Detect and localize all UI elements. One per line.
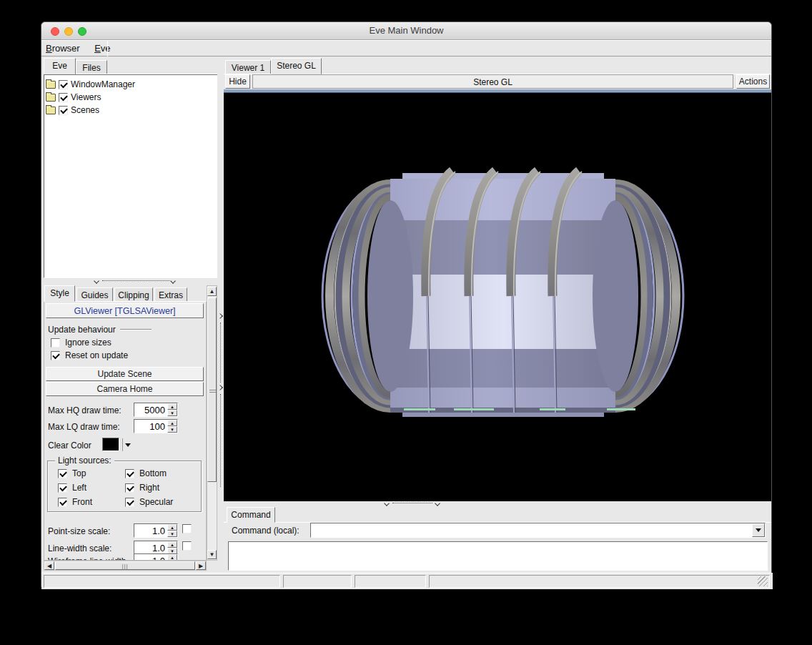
command-combobox[interactable] (310, 523, 766, 538)
max-lq-value[interactable]: 100 (134, 420, 167, 433)
scroll-down-icon[interactable]: ▼ (207, 550, 217, 559)
camera-home-button[interactable]: Camera Home (46, 382, 204, 396)
tab-style[interactable]: Style (44, 285, 75, 302)
line-width-checkbox[interactable] (182, 541, 192, 551)
viewer-toolbar: Hide Stereo GL Actions (224, 74, 771, 89)
collapse-up-icon[interactable] (94, 278, 99, 284)
tab-extras[interactable]: Extras (154, 287, 187, 302)
tree-row-scenes[interactable]: Scenes (46, 104, 216, 117)
tree-style-splitter[interactable] (44, 278, 218, 285)
light-right-checkbox[interactable] (125, 483, 134, 493)
status-cell (44, 575, 280, 588)
collapse-up-icon[interactable] (384, 501, 390, 506)
hscroll-thumb[interactable]: ||| (55, 561, 195, 570)
color-swatch[interactable] (102, 438, 119, 451)
tree-checkbox[interactable] (59, 106, 68, 115)
max-lq-spinner[interactable]: 100 ▲▼ (134, 419, 178, 433)
point-size-spinner[interactable]: 1.0 ▲▼ (134, 523, 178, 538)
resize-grip[interactable] (758, 576, 768, 586)
light-front[interactable]: Front (58, 497, 92, 507)
spin-up-icon[interactable]: ▲ (167, 403, 177, 410)
spin-down-icon[interactable]: ▼ (167, 426, 177, 433)
tree-row-windowmanager[interactable]: WindowManager (46, 78, 216, 91)
tree-item-label[interactable]: Viewers (71, 92, 101, 102)
tab-command[interactable]: Command (227, 507, 275, 523)
reset-on-update-row[interactable]: Reset on update (51, 350, 128, 360)
combo-dropdown-button[interactable] (752, 523, 765, 537)
light-front-checkbox[interactable] (58, 498, 67, 507)
spin-up-icon[interactable]: ▲ (167, 420, 177, 426)
style-hscrollbar[interactable]: ◀ ||| ▶ (44, 561, 207, 571)
splitter-dots (220, 322, 221, 383)
tab-eve[interactable]: Eve (44, 58, 76, 74)
style-vscrollbar[interactable]: ▲ ▼ (207, 285, 217, 561)
chevron-down-icon (756, 528, 761, 532)
scroll-left-icon[interactable]: ◀ (44, 561, 54, 570)
gl-viewport[interactable] (224, 93, 771, 501)
viewer-command-splitter[interactable] (224, 501, 771, 507)
detector-endcap-right (593, 182, 683, 410)
tree-checkbox[interactable] (59, 93, 68, 102)
reset-on-update-checkbox[interactable] (51, 351, 60, 360)
light-bottom-checkbox[interactable] (125, 469, 134, 478)
light-specular[interactable]: Specular (125, 497, 173, 507)
folder-icon (46, 107, 56, 114)
max-hq-spinner[interactable]: 5000 ▲▼ (134, 403, 178, 417)
gl-scene-model[interactable] (224, 93, 771, 501)
clear-color-picker[interactable] (102, 438, 131, 451)
color-dropdown-icon[interactable] (125, 443, 131, 447)
ignore-sizes-row[interactable]: Ignore sizes (51, 338, 112, 348)
ignore-sizes-checkbox[interactable] (51, 338, 60, 348)
light-top[interactable]: Top (58, 468, 86, 478)
collapse-left-icon[interactable] (217, 313, 223, 319)
spin-up-icon[interactable]: ▲ (167, 541, 177, 548)
tree-item-label[interactable]: Scenes (71, 105, 99, 115)
titlebar[interactable]: Eve Main Window (41, 22, 771, 40)
light-specular-checkbox[interactable] (125, 498, 134, 507)
main-vsplitter[interactable] (217, 58, 224, 571)
spin-up-icon[interactable]: ▲ (167, 524, 177, 531)
light-left[interactable]: Left (58, 483, 86, 493)
tab-guides[interactable]: Guides (76, 287, 113, 302)
tab-stereo-gl[interactable]: Stereo GL (271, 58, 322, 74)
collapse-right-icon[interactable] (217, 385, 223, 390)
tab-files[interactable]: Files (76, 60, 107, 74)
spin-down-icon[interactable]: ▼ (167, 531, 177, 537)
scroll-up-icon[interactable]: ▲ (207, 287, 217, 296)
tab-viewer-1[interactable]: Viewer 1 (225, 60, 271, 74)
tree-item-label[interactable]: WindowManager (71, 79, 135, 89)
style-panel: GLViewer [TGLSAViewer] Update behaviour … (44, 302, 207, 561)
menubar: Browser Eve (41, 40, 771, 56)
vscroll-thumb[interactable] (207, 297, 217, 482)
update-behaviour-header: Update behaviour (48, 325, 152, 335)
menu-browser[interactable]: Browser (41, 41, 87, 54)
update-scene-button[interactable]: Update Scene (46, 367, 204, 381)
collapse-down-icon[interactable] (435, 501, 440, 506)
scroll-right-icon[interactable]: ▶ (196, 561, 206, 570)
light-sources-legend: Light sources: (55, 456, 114, 466)
tab-clipping[interactable]: Clipping (114, 287, 153, 302)
light-top-checkbox[interactable] (58, 469, 67, 478)
point-size-checkbox[interactable] (182, 524, 192, 533)
light-bottom[interactable]: Bottom (125, 468, 167, 478)
actions-button[interactable]: Actions (736, 74, 770, 89)
spin-up-icon[interactable]: ▲ (167, 554, 177, 561)
hide-button[interactable]: Hide (225, 74, 250, 89)
glviewer-title-button[interactable]: GLViewer [TGLSAViewer] (46, 303, 204, 318)
light-left-checkbox[interactable] (58, 483, 67, 493)
menu-eve[interactable]: Eve (90, 41, 117, 54)
reset-on-update-label: Reset on update (65, 350, 128, 360)
command-input[interactable] (311, 523, 752, 537)
line-width-spinner[interactable]: 1.0 ▲▼ (134, 541, 178, 555)
collapse-down-icon[interactable] (170, 278, 176, 284)
splitter-dots (220, 394, 221, 487)
max-hq-label: Max HQ draw time: (48, 405, 122, 415)
spin-down-icon[interactable]: ▼ (167, 410, 177, 416)
command-output[interactable] (228, 541, 768, 571)
max-hq-value[interactable]: 5000 (134, 403, 167, 416)
light-right[interactable]: Right (125, 483, 159, 493)
tree-checkbox[interactable] (59, 80, 68, 89)
tree-row-viewers[interactable]: Viewers (46, 91, 216, 104)
viewer-title-bar[interactable]: Stereo GL (252, 74, 733, 89)
wireframe-spinner[interactable]: 1.0 ▲▼ (134, 553, 178, 561)
